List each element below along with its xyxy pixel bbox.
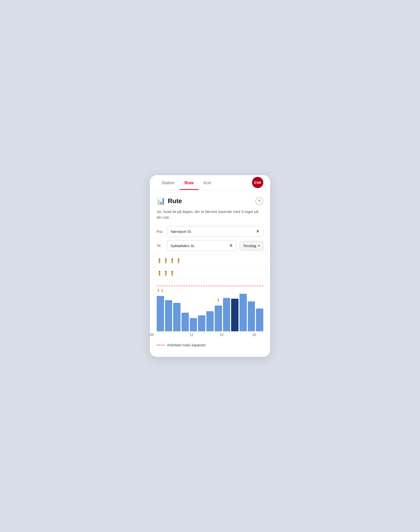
bar-11[interactable] xyxy=(248,301,255,331)
dsb-logo: DSB xyxy=(252,177,263,188)
chart-container: 🧍 🧍 🧍 🧍 🧍 🧍 🧍 🧍🧍🧍 09121518 Anbefalet mak… xyxy=(150,254,270,347)
x-axis-label: 12 xyxy=(190,333,194,337)
bar-5[interactable] xyxy=(198,315,205,331)
bar-1[interactable] xyxy=(165,300,172,332)
section-header: 📊 Rute ? xyxy=(157,197,263,205)
person-icon: 🧍 xyxy=(163,258,168,264)
person-icon: 🧍 xyxy=(157,258,162,264)
chevron-down-icon: ▾ xyxy=(258,244,260,247)
legend-line xyxy=(157,345,165,345)
person-icon: 🧍 xyxy=(169,258,175,264)
bar-2[interactable] xyxy=(173,303,180,331)
day-value: Torsdag xyxy=(243,244,256,248)
fra-clear-button[interactable]: ✕ xyxy=(256,229,260,234)
fra-value: Nørreport St. xyxy=(171,229,192,234)
tabs-container: Station Rute Kort xyxy=(157,175,216,190)
person-row-2: 🧍 🧍 🧍 xyxy=(150,267,270,280)
til-value: Dybbølsbro St. xyxy=(171,244,195,248)
person-icon: 🧍 xyxy=(157,271,162,276)
day-selector[interactable]: Torsdag ▾ xyxy=(240,241,263,251)
tab-bar: Station Rute Kort DSB xyxy=(150,175,270,190)
bar-8[interactable] xyxy=(223,298,230,331)
bar-12[interactable] xyxy=(256,309,263,332)
person-icon: 🧍 xyxy=(176,258,181,264)
bar-0[interactable]: 🧍🧍 xyxy=(157,296,164,332)
bar-person-icons: 🧍🧍 xyxy=(157,289,164,292)
tab-kort[interactable]: Kort xyxy=(199,175,216,190)
x-axis: 09121518 xyxy=(150,331,270,338)
fra-label: Fra xyxy=(157,229,164,234)
fra-row: Fra Nørreport St. ✕ xyxy=(157,226,263,237)
x-axis-label: 15 xyxy=(220,333,224,337)
title-row: 📊 Rute xyxy=(157,197,182,205)
til-input[interactable]: Dybbølsbro St. ✕ xyxy=(167,240,237,251)
bar-person-icon: 🧍 xyxy=(157,289,160,292)
tab-rute[interactable]: Rute xyxy=(180,175,199,190)
tab-station[interactable]: Station xyxy=(157,175,180,190)
phone-card: Station Rute Kort DSB 📊 Rute ? Se, hvad … xyxy=(150,175,270,357)
section-description: Se, hvad tid på dagen, der er færrest re… xyxy=(157,209,263,220)
legend-label: Anbefalet maks kapacitet xyxy=(167,343,205,347)
til-row: Til Dybbølsbro St. ✕ Torsdag ▾ xyxy=(157,240,263,251)
bar-6[interactable] xyxy=(206,311,214,331)
bars-wrapper: 🧍🧍🧍 xyxy=(157,282,263,331)
person-icon: 🧍 xyxy=(169,271,175,276)
content-area: 📊 Rute ? Se, hvad tid på dagen, der er f… xyxy=(150,190,270,251)
bar-person-icon: 🧍 xyxy=(217,299,220,302)
fra-input[interactable]: Nørreport St. ✕ xyxy=(167,226,263,237)
help-button[interactable]: ? xyxy=(255,197,263,205)
bar-person-icon: 🧍 xyxy=(160,289,164,292)
bar-chart: 🧍🧍🧍 xyxy=(150,280,270,331)
legend: Anbefalet maks kapacitet xyxy=(150,338,270,347)
bar-3[interactable] xyxy=(181,313,189,332)
capacity-line xyxy=(157,286,263,286)
bar-4[interactable] xyxy=(190,318,197,331)
chart-icon: 📊 xyxy=(157,197,165,205)
bar-9[interactable] xyxy=(231,299,239,331)
bar-10[interactable] xyxy=(240,294,247,331)
section-title: Rute xyxy=(168,197,182,205)
person-icon: 🧍 xyxy=(163,271,168,276)
bar-person-icons: 🧍 xyxy=(217,299,220,302)
x-axis-label: 18 xyxy=(252,333,256,337)
person-row-1: 🧍 🧍 🧍 🧍 xyxy=(150,255,270,267)
til-label: Til xyxy=(157,244,164,248)
bar-7[interactable]: 🧍 xyxy=(215,306,222,331)
x-axis-label: 09 xyxy=(150,333,154,337)
til-clear-button[interactable]: ✕ xyxy=(229,243,233,248)
